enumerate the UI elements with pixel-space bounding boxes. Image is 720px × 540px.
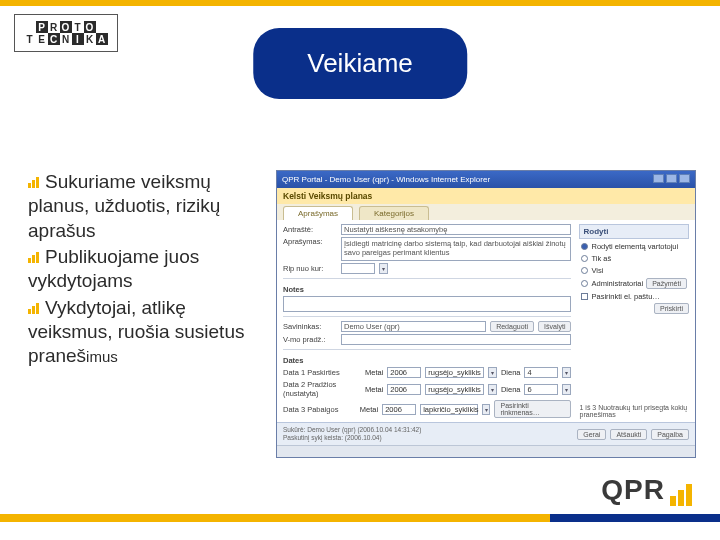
select-d3-month[interactable]: lapkričio_syklikis (420, 404, 478, 415)
slide-body: Sukuriame veiksmų planus, užduotis, rizi… (28, 170, 698, 458)
chevron-down-icon[interactable]: ▾ (488, 384, 497, 395)
tab-description[interactable]: Aprašymas (283, 206, 353, 220)
label-title: Antraštė: (283, 225, 337, 234)
assign-button[interactable]: Priskirti (654, 303, 689, 314)
help-button[interactable]: Pagalba (651, 429, 689, 440)
input-notes[interactable] (283, 296, 571, 312)
chevron-down-icon[interactable]: ▾ (488, 367, 497, 378)
chevron-down-icon[interactable]: ▾ (379, 263, 388, 274)
slide-title-pill: Veikiame (253, 28, 467, 99)
bars-bullet-icon (28, 252, 42, 263)
page-heading: Kelsti Veiksmų planas (277, 188, 695, 204)
slide-title: Veikiame (307, 48, 413, 78)
select-d3-year[interactable]: 2006 (382, 404, 416, 415)
bullet-2-rest: vykdytojams (28, 270, 133, 291)
tab-bar: Aprašymas Kategorijos (277, 204, 695, 220)
opt-email[interactable]: Pasirinkti el. paštu… (591, 292, 659, 301)
input-vstart[interactable] (341, 334, 571, 345)
footer-changed: Paskutinį sykį keista: (2006.10.04) (283, 434, 382, 441)
footer-created-label: Sukūrė: (283, 426, 305, 433)
maximize-icon[interactable] (666, 174, 677, 183)
top-accent-bar (0, 0, 720, 6)
select-d2-day[interactable]: 6 (524, 384, 558, 395)
label-date1: Data 1 Paskirties (283, 368, 361, 377)
date-row-1: Data 1 Paskirties Metai 2006 rugsėjo_syk… (283, 367, 571, 378)
bars-bullet-icon (28, 303, 42, 314)
opt-only-me[interactable]: Tik aš (591, 254, 611, 263)
select-files-button[interactable]: Pasirinkti rinkmenas… (494, 400, 571, 418)
radio-icon[interactable] (581, 280, 588, 287)
checkbox-icon[interactable] (581, 293, 588, 300)
bullet-list: Sukuriame veiksmų planus, užduotis, rizi… (28, 170, 268, 371)
dates-heading: Dates (283, 356, 571, 365)
opt-admins[interactable]: Administratoriai (591, 279, 643, 288)
select-d2-year[interactable]: 2006 (387, 384, 421, 395)
close-icon[interactable] (679, 174, 690, 183)
radio-icon[interactable] (581, 267, 588, 274)
window-controls[interactable] (651, 174, 690, 185)
radio-icon[interactable] (581, 243, 588, 250)
input-owner[interactable]: Demo User (qpr) (341, 321, 486, 332)
date-row-3: Data 3 Pabaigos Metai 2006 lapkričio_syk… (283, 400, 571, 418)
form-left-column: Antraštė: Nustatyti aiškesnę atsakomybę … (283, 224, 571, 418)
label-date3: Data 3 Pabaigos (283, 405, 356, 414)
select-d1-month[interactable]: rugsėjo_syklikis (425, 367, 484, 378)
bars-bullet-icon (28, 177, 42, 188)
chevron-down-icon[interactable]: ▾ (482, 404, 491, 415)
minimize-icon[interactable] (653, 174, 664, 183)
cancel-button[interactable]: Atšaukti (610, 429, 647, 440)
label-date2: Data 2 Pradžios (nustatyta) (283, 380, 361, 398)
label-owner: Savininkas: (283, 322, 337, 331)
select-d1-day[interactable]: 4 (524, 367, 558, 378)
form-footer: Sukūrė: Demo User (qpr) (2006.10.04 14:3… (277, 422, 695, 445)
form-area: Antraštė: Nustatyti aiškesnę atsakomybę … (277, 220, 695, 422)
bullet-1-lead: Sukuriame (45, 171, 136, 192)
qpr-logo: QPR (601, 474, 692, 506)
edit-button[interactable]: Redaguoti (490, 321, 534, 332)
label-year: Metai (360, 405, 378, 414)
select-d2-month[interactable]: rugsėjo_syklikis (425, 384, 484, 395)
ok-button[interactable]: Gerai (577, 429, 606, 440)
bottom-accent-bar (0, 514, 720, 522)
mark-button[interactable]: Pažymėti (646, 278, 687, 289)
bullet-3-rest: veiksmus, ruošia susietus praneš (28, 321, 244, 366)
label-vstart: V-mo pradž.: (283, 335, 337, 344)
bars-icon (670, 484, 692, 506)
input-title[interactable]: Nustatyti aiškesnę atsakomybę (341, 224, 571, 235)
tab-categories[interactable]: Kategorijos (359, 206, 429, 220)
window-title-text: QPR Portal - Demo User (qpr) - Windows I… (282, 175, 490, 184)
chevron-down-icon[interactable]: ▾ (562, 384, 571, 395)
window-body: Kelsti Veiksmų planas Aprašymas Kategori… (277, 188, 695, 445)
bullet-3-tail: imus (86, 348, 118, 365)
clear-button[interactable]: Išvalyti (538, 321, 571, 332)
label-ripfrom: Rip nuo kur: (283, 264, 337, 273)
bullet-1: Sukuriame veiksmų planus, užduotis, rizi… (28, 170, 268, 243)
bullet-3-lead: Vykdytojai, atlikę (45, 297, 186, 318)
select-ripfrom[interactable] (341, 263, 375, 274)
label-year: Metai (365, 385, 383, 394)
qpr-text: QPR (601, 474, 665, 506)
notes-heading: Notes (283, 285, 571, 294)
radio-icon[interactable] (581, 255, 588, 262)
date-row-2: Data 2 Pradžios (nustatyta) Metai 2006 r… (283, 380, 571, 398)
opt-all[interactable]: Visi (591, 266, 603, 275)
visibility-heading: Rodyti (579, 224, 689, 239)
window-titlebar: QPR Portal - Demo User (qpr) - Windows I… (277, 171, 695, 188)
bullet-3: Vykdytojai, atlikę veiksmus, ruošia susi… (28, 296, 268, 369)
proto-tecnika-logo: PROTO TECNIKA (14, 14, 118, 52)
attachment-note: 1 iš 3 Nuotraukų turi prisegta kokių pra… (579, 404, 689, 418)
bullet-2: Publikuojame juos vykdytojams (28, 245, 268, 294)
select-d1-year[interactable]: 2006 (387, 367, 421, 378)
form-right-column: Rodyti Rodyti elementą vartotojui Tik aš… (579, 224, 689, 418)
opt-show-to-user[interactable]: Rodyti elementą vartotojui (591, 242, 678, 251)
bullet-2-lead: Publikuojame juos (45, 246, 199, 267)
footer-created-value: Demo User (qpr) (2006.10.04 14:31:42) (307, 426, 421, 433)
label-day: Diena (501, 368, 521, 377)
app-screenshot: QPR Portal - Demo User (qpr) - Windows I… (276, 170, 696, 458)
ie-status-bar (277, 445, 695, 457)
label-description: Aprašymas: (283, 237, 337, 246)
chevron-down-icon[interactable]: ▾ (562, 367, 571, 378)
input-description[interactable]: Įsidiegti matricinę darbo sistemą taip, … (341, 237, 571, 261)
label-year: Metai (365, 368, 383, 377)
label-day: Diena (501, 385, 521, 394)
